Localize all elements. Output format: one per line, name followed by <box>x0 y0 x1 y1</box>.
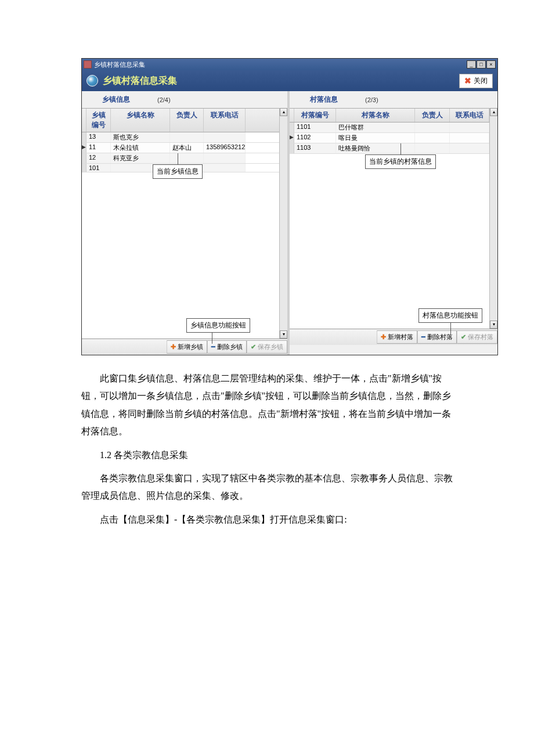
section-heading: 1.2 各类宗教信息采集 <box>81 447 453 464</box>
check-icon: ✔ <box>251 343 256 351</box>
maximize-button[interactable]: □ <box>477 60 486 69</box>
header-bar: 乡镇村落信息采集 ✖ 关闭 <box>82 70 497 91</box>
globe-icon <box>86 75 98 87</box>
scroll-down-icon[interactable]: ▾ <box>490 321 497 329</box>
add-township-button[interactable]: ✚新增乡镇 <box>167 340 207 354</box>
close-window-button[interactable]: × <box>486 60 496 69</box>
village-counter: (2/3) <box>365 96 378 103</box>
window-title: 乡镇村落信息采集 <box>94 60 145 69</box>
township-section-title: 乡镇信息 <box>82 95 157 105</box>
village-section-title: 村落信息 <box>290 95 365 105</box>
col-township-person[interactable]: 负责人 <box>170 109 204 132</box>
township-counter: (2/4) <box>157 96 171 103</box>
table-row[interactable]: ▶ 11 木朵拉镇 赵本山 13589653212 <box>82 143 279 153</box>
col-village-code[interactable]: 村落编号 <box>294 109 336 122</box>
scroll-up-icon[interactable]: ▴ <box>280 108 287 116</box>
paragraph-3: 各类宗教信息采集窗口，实现了辖区中各类宗教的基本信息、宗教事务人员信息、宗教管理… <box>81 470 453 505</box>
callout-village-buttons: 村落信息功能按钮 <box>418 308 482 323</box>
callout-current-village: 当前乡镇的村落信息 <box>365 154 436 169</box>
callout-current-township: 当前乡镇信息 <box>153 164 203 179</box>
paragraph-1: 此窗口集乡镇信息、村落信息二层管理结构的采集、维护于一体，点击"新增乡镇"按钮，… <box>81 370 453 441</box>
close-icon: ✖ <box>464 76 471 85</box>
article-text: 此窗口集乡镇信息、村落信息二层管理结构的采集、维护于一体，点击"新增乡镇"按钮，… <box>81 370 453 528</box>
app-window: 乡镇村落信息采集 _ □ × 乡镇村落信息采集 ✖ 关闭 <box>81 58 498 355</box>
plus-icon: ✚ <box>381 333 386 341</box>
page-title: 乡镇村落信息采集 <box>103 75 177 87</box>
close-button[interactable]: ✖ 关闭 <box>459 74 493 88</box>
paragraph-4: 点击【信息采集】-【各类宗教信息采集】打开信息采集窗口: <box>81 511 453 528</box>
add-village-button[interactable]: ✚新增村落 <box>377 330 417 344</box>
col-township-phone[interactable]: 联系电话 <box>204 109 246 132</box>
table-row[interactable]: 13 斯也克乡 <box>82 132 279 143</box>
minus-icon: ━ <box>211 343 215 351</box>
check-icon: ✔ <box>461 333 466 341</box>
village-table: 村落编号 村落名称 负责人 联系电话 1101 巴什喀群 ▶ 1102 喀日曼 <box>290 108 489 329</box>
plus-icon: ✚ <box>171 343 176 351</box>
col-village-person[interactable]: 负责人 <box>415 109 450 122</box>
col-township-code[interactable]: 乡镇编号 <box>86 109 111 132</box>
table-row[interactable]: ▶ 1102 喀日曼 <box>290 133 489 143</box>
titlebar: 乡镇村落信息采集 _ □ × <box>82 59 497 70</box>
scrollbar[interactable]: ▴ ▾ <box>279 108 287 339</box>
col-village-phone[interactable]: 联系电话 <box>450 109 489 122</box>
save-township-button[interactable]: ✔保存乡镇 <box>247 340 287 354</box>
col-township-name[interactable]: 乡镇名称 <box>111 109 170 132</box>
col-village-name[interactable]: 村落名称 <box>336 109 415 122</box>
township-table: 乡镇编号 乡镇名称 负责人 联系电话 13 斯也克乡 ▶ 11 木朵拉镇 赵本山… <box>82 108 279 339</box>
minus-icon: ━ <box>421 333 425 341</box>
table-row[interactable]: 1101 巴什喀群 <box>290 123 489 133</box>
village-panel: 村落信息 (2/3) 村落编号 村落名称 负责人 联系电话 <box>290 91 497 355</box>
app-icon <box>84 60 92 69</box>
scroll-up-icon[interactable]: ▴ <box>490 108 497 116</box>
scrollbar[interactable]: ▴ ▾ <box>489 108 497 329</box>
table-row[interactable]: 1103 吐格曼阔恰 <box>290 143 489 154</box>
table-row[interactable]: 12 科克亚乡 <box>82 153 279 164</box>
township-panel: 乡镇信息 (2/4) 乡镇编号 乡镇名称 负责人 联系电话 <box>82 91 290 355</box>
callout-township-buttons: 乡镇信息功能按钮 <box>186 318 250 333</box>
scroll-down-icon[interactable]: ▾ <box>280 330 287 339</box>
delete-township-button[interactable]: ━删除乡镇 <box>207 340 247 354</box>
save-village-button[interactable]: ✔保存村落 <box>457 330 497 344</box>
minimize-button[interactable]: _ <box>467 60 476 69</box>
